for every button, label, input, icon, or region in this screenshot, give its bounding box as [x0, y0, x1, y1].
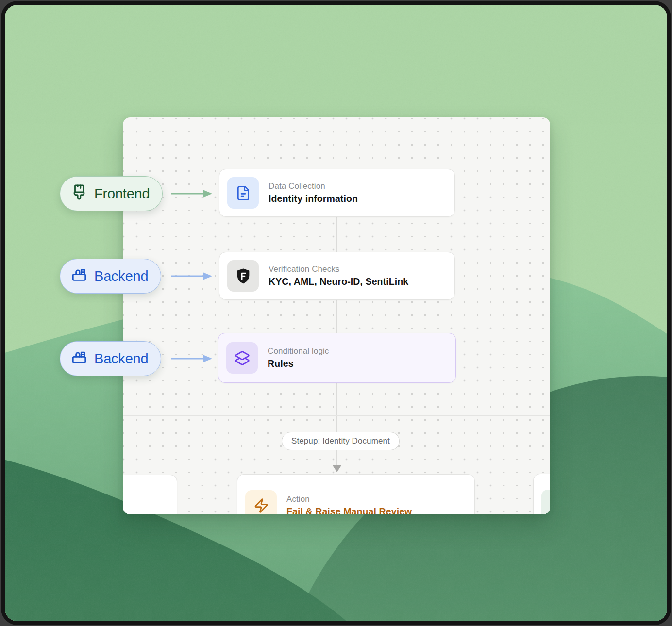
- callout-label: Backend: [94, 268, 148, 284]
- node-subtitle: Identity information: [269, 193, 358, 204]
- partial-node-iconbox: [541, 490, 550, 515]
- node-title: Conditional logic: [268, 346, 329, 356]
- node-verification-checks[interactable]: Verification Checks KYC, AML, Neuro-ID, …: [219, 252, 455, 300]
- callout-label: Frontend: [94, 186, 150, 202]
- callout-backend-2: Backend: [60, 341, 161, 376]
- connector-arrowhead-icon: [333, 465, 341, 472]
- flow-canvas: Data Collection Identity information Ver…: [123, 117, 550, 514]
- node-partial-left[interactable]: [123, 475, 177, 514]
- toolbox-icon: [71, 266, 87, 286]
- node-title: Action: [286, 494, 412, 504]
- node-title: Verification Checks: [269, 264, 408, 274]
- callout-label: Backend: [94, 351, 148, 367]
- arrow-backend2-to-node-icon: [171, 354, 213, 363]
- node-subtitle: Fail & Raise Manual Review: [286, 506, 412, 515]
- stepup-identity-document-pill[interactable]: Stepup: Identity Document: [282, 432, 400, 450]
- toolbox-icon: [71, 349, 87, 369]
- node-data-collection[interactable]: Data Collection Identity information: [219, 169, 455, 217]
- node-title: Data Collection: [269, 181, 358, 191]
- stepup-label: Stepup: Identity Document: [291, 436, 390, 446]
- node-partial-right[interactable]: [533, 474, 550, 514]
- node-subtitle: KYC, AML, Neuro-ID, SentiLink: [269, 276, 408, 287]
- node-action[interactable]: Action Fail & Raise Manual Review: [237, 474, 475, 514]
- layers-icon: [226, 342, 258, 374]
- arrow-frontend-to-node-icon: [171, 189, 213, 198]
- callout-frontend: Frontend: [60, 176, 163, 211]
- callout-backend-1: Backend: [60, 259, 161, 294]
- shield-f-logo-icon: [227, 260, 259, 292]
- node-subtitle: Rules: [268, 358, 329, 369]
- arrow-backend1-to-node-icon: [171, 271, 213, 281]
- paintbrush-icon: [71, 184, 87, 204]
- node-conditional-logic[interactable]: Conditional logic Rules: [218, 333, 456, 383]
- flow-connector-line: [336, 190, 337, 466]
- file-document-icon: [227, 177, 259, 209]
- lane-divider-line: [123, 415, 550, 416]
- zap-icon: [245, 490, 277, 515]
